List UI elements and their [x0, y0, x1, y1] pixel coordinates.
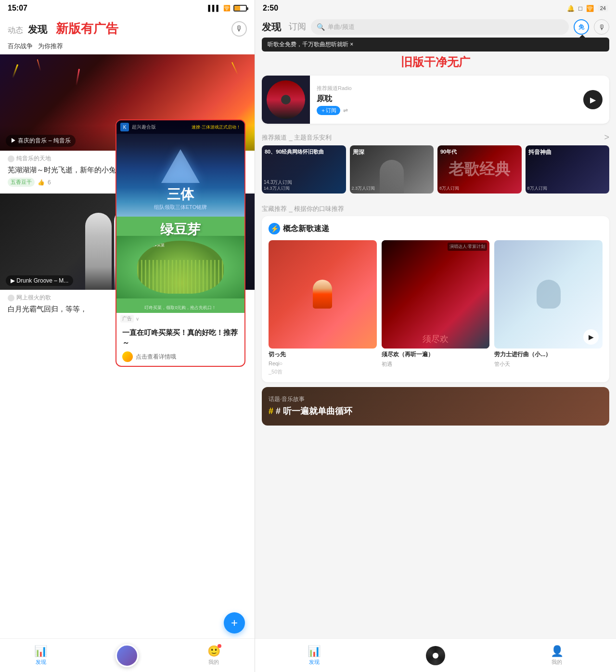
right-content: 推荐频道Radio 原耽 ＋订阅 ⇌ ▶ 推荐频道 _ 主题音乐安利 > [255, 73, 616, 668]
ad-annotation: 新版有广告 [56, 20, 118, 37]
channels-title-text: 推荐频道 _ 主题音乐安利 [262, 133, 332, 141]
channel-sub-count-2: 8万人订阅 [439, 185, 459, 192]
bnr-mine[interactable]: 👤 我的 [551, 645, 564, 666]
food-image: 丝绒●买菜 [116, 236, 244, 298]
vinyl-center [433, 653, 438, 659]
left-phone: 15:07 ▌▌▌ 🛜 动态 发现 新版有广告 🎙 百尔战争 为你推荐 [0, 0, 255, 672]
radio-card[interactable]: 推荐频道Radio 原耽 ＋订阅 ⇌ ▶ [262, 76, 609, 124]
bottom-nav-mine-wrapper: 🙂 我的 [207, 645, 220, 666]
play-button-radio[interactable]: ▶ [583, 90, 603, 109]
ad-header-text: 超兴趣合版 [132, 124, 156, 130]
song-artist-1: 初遇 [382, 361, 490, 368]
bottom-nav-discover[interactable]: 📊 发现 [34, 645, 47, 666]
left-feed: ▶ 喜庆的音乐 – 纯音乐 纯音乐的天地 芜湖湖湖～时光飞逝，新年的小兔... … [0, 54, 255, 630]
radio-tag: 推荐频道Radio [317, 85, 577, 92]
left-status-bar: 15:07 ▌▌▌ 🛜 [0, 0, 255, 16]
song-artist-2: 管小天 [494, 361, 603, 368]
bnr-mine-icon: 👤 [551, 645, 564, 658]
channels-title: 推荐频道 _ 主题音乐安利 [262, 133, 332, 142]
baozang-title: 宝藏推荐 _ 根据你的口味推荐 [262, 204, 344, 213]
wifi-icon-right: 🛜 [586, 5, 594, 12]
subscribe-button[interactable]: ＋订阅 [317, 106, 340, 115]
channel-card-3[interactable]: 抖音神曲 8万人订阅 [526, 145, 610, 194]
right-time: 2:50 [263, 4, 278, 13]
ad-user-row: 点击查看详情哦 [116, 349, 244, 366]
ad-bottom-food: 绿豆芽 丝绒●买菜 叮咚买菜，领取0元购，抢占先机口！ [116, 217, 244, 313]
battery-icon [233, 5, 247, 12]
ad-user-avatar [122, 351, 133, 362]
channel-card-1[interactable]: 周深 2.3万人订阅 [350, 145, 434, 194]
tab-faxian[interactable]: 发现 [28, 23, 47, 36]
center-avatar[interactable] [116, 644, 139, 667]
fab-button[interactable]: + [224, 612, 245, 633]
song-card-1[interactable]: 演唱达人·零算计划 须尽欢 须尽欢（再听一遍） 初遇 [382, 240, 490, 375]
ad-arrow: ∨ [136, 316, 139, 322]
left-nav: 动态 发现 新版有广告 🎙 [0, 16, 255, 40]
channel-name-1: 周深 [350, 145, 434, 159]
like-count: 6 [48, 179, 51, 186]
song-count-0: _50首 [269, 368, 377, 375]
right-tab-discover[interactable]: 发现 [262, 21, 281, 34]
old-version-annotation: 旧版干净无广 [255, 52, 616, 73]
radio-song: 原耽 [317, 94, 577, 104]
left-bottom-nav: 📊 发现 🙂 我的 [0, 638, 255, 672]
play-label-girls: ▶ Drunk Groove – M... [6, 275, 73, 286]
mic-button[interactable]: 🎙 [231, 21, 247, 37]
left-status-icons: ▌▌▌ 🛜 [208, 5, 247, 12]
channels-more[interactable]: > [604, 132, 609, 142]
song-name-2: 劳力士进行曲（小...） [494, 350, 603, 359]
recommend-label: 为你推荐 [38, 42, 63, 50]
song-artist-0: Reqi○ [269, 361, 377, 366]
ad-promo-text: 速撩·三体游戏正式启动！ [192, 124, 241, 130]
source-icon-girls [8, 295, 14, 301]
channels-section-header: 推荐频道 _ 主题音乐安利 > [255, 127, 616, 145]
notification-dot [218, 644, 221, 648]
feed-tag: 五香豆干 [8, 178, 35, 187]
right-mic-button[interactable]: 🎙 [594, 19, 609, 35]
search-placeholder: 单曲/频道 [328, 23, 355, 31]
bottom-nav-mine[interactable]: 🙂 我的 [207, 645, 220, 666]
ad-user-action[interactable]: 点击查看详情哦 [136, 353, 176, 361]
play-btn-song2[interactable]: ▶ [583, 329, 599, 345]
ad-triangle-decoration [161, 149, 200, 183]
shuffle-icon[interactable]: ⇌ [343, 107, 348, 114]
tab-dongtai[interactable]: 动态 [8, 26, 23, 36]
radio-info: 推荐频道Radio 原耽 ＋订阅 ⇌ [310, 79, 583, 121]
right-bottom-nav: 📊 发现 👤 我的 [255, 638, 616, 672]
ad-overlay[interactable]: K 超兴趣合版 速撩·三体游戏正式启动！ 三体 组队领取三体ETO铭牌 绿豆芽 … [116, 119, 245, 367]
disc-image [267, 80, 305, 119]
baozang-card-title: 概念新歌速递 [283, 224, 329, 234]
right-status-bar: 2:50 🔔 □ 🛜 24 [255, 0, 616, 16]
source-text-girls: 网上很火的歌 [16, 294, 51, 302]
ad-top-image: K 超兴趣合版 速撩·三体游戏正式启动！ 三体 组队领取三体ETO铭牌 [116, 120, 244, 217]
song-card-2[interactable]: ▶ 劳力士进行曲（小...） 管小天 [494, 240, 603, 375]
ad-content-text: 一直在叮咚买菜买！真的好吃！推荐～ [116, 324, 244, 349]
bottom-nav-center[interactable] [116, 644, 139, 667]
song-card-0[interactable]: 切っ先 Reqi○ _50首 [269, 240, 377, 375]
channel-name-0: 80、90经典网络怀旧歌曲 [262, 145, 346, 158]
radio-sub-area: ＋订阅 ⇌ [317, 106, 577, 115]
channel-card-0[interactable]: 80、90经典网络怀旧歌曲 14.3万人订阅 14.3万人订阅 [262, 145, 346, 194]
search-bar[interactable]: 🔍 单曲/频道 [311, 19, 569, 35]
disc-hole [281, 95, 291, 104]
food-bottom-text: 叮咚买菜，领取0元购，抢占先机口！ [116, 305, 244, 311]
right-nav: 发现 订阅 🔍 单曲/频道 免 🎙 [255, 16, 616, 38]
channel-card-2[interactable]: 90年代 老歌经典 8万人订阅 [437, 145, 522, 194]
song-thumb-1: 演唱达人·零算计划 须尽欢 [382, 240, 490, 349]
channel-grid: 80、90经典网络怀旧歌曲 14.3万人订阅 14.3万人订阅 周深 2.3万人… [255, 145, 616, 198]
right-tab-subscribe[interactable]: 订阅 [289, 21, 306, 34]
fab-icon: + [231, 616, 238, 630]
channel-name-3: 抖音神曲 [526, 145, 610, 159]
bnr-vinyl[interactable] [426, 646, 445, 665]
topic-section[interactable]: 话题·音乐故事 # # 听一遍就单曲循环 [262, 387, 609, 426]
source-text: 纯音乐的天地 [16, 155, 51, 163]
topic-title: # # 听一遍就单曲循环 [269, 405, 352, 417]
free-badge[interactable]: 免 [574, 19, 589, 35]
bnr-discover[interactable]: 📊 发现 [308, 645, 321, 666]
song-thumb-0 [269, 240, 377, 349]
song-name-0: 切っ先 [269, 350, 377, 359]
baozang-card: ⚡ 概念新歌速递 切っ先 Reqi○ _50首 [262, 216, 609, 382]
topic-sub: 话题·音乐故事 [269, 395, 352, 403]
mine-label: 我的 [208, 659, 219, 666]
tooltip-text: 听歌全免费，千万歌曲想听就听 × [268, 40, 353, 49]
